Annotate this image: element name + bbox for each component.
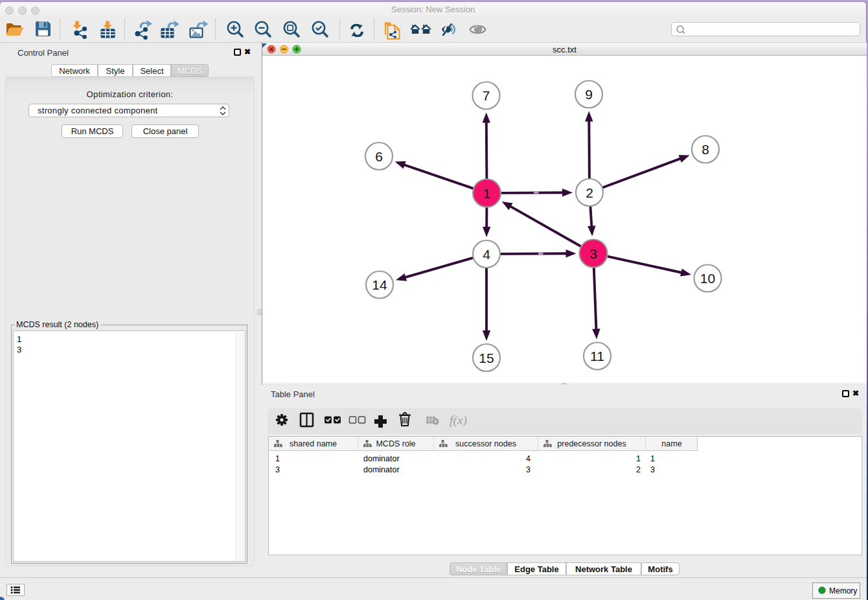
svg-text:1: 1 xyxy=(483,186,491,201)
svg-text:7: 7 xyxy=(483,88,490,103)
svg-text:8: 8 xyxy=(702,142,709,157)
svg-text:6: 6 xyxy=(375,149,383,164)
svg-text:14: 14 xyxy=(372,277,387,292)
svg-text:9: 9 xyxy=(585,87,593,102)
svg-text:11: 11 xyxy=(590,349,604,363)
svg-text:3: 3 xyxy=(589,246,597,261)
svg-text:15: 15 xyxy=(479,351,494,365)
svg-text:f(x): f(x) xyxy=(450,413,467,428)
svg-text:2: 2 xyxy=(586,185,593,200)
svg-text:4: 4 xyxy=(483,247,490,262)
svg-text:10: 10 xyxy=(700,271,715,286)
